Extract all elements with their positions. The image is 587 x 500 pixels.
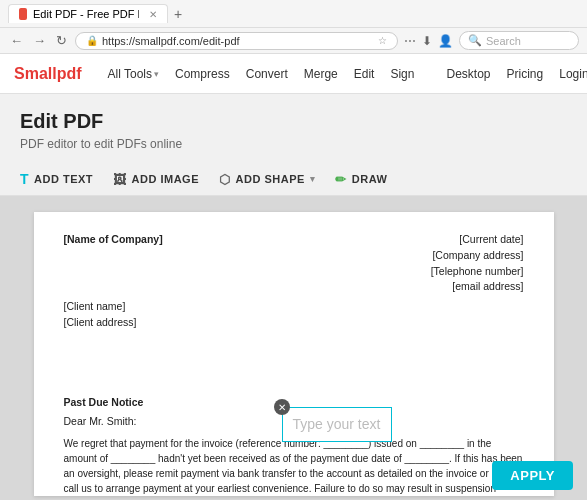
page-title: Edit PDF bbox=[20, 110, 567, 133]
nav-edit[interactable]: Edit bbox=[354, 67, 375, 81]
nav-all-tools-label: All Tools bbox=[108, 67, 152, 81]
brand-logo[interactable]: Smallpdf bbox=[14, 65, 82, 83]
tab-close-icon[interactable]: ✕ bbox=[149, 9, 157, 20]
tab-favicon bbox=[19, 8, 27, 20]
forward-button[interactable]: → bbox=[31, 33, 48, 48]
address-bar[interactable]: 🔒 https://smallpdf.com/edit-pdf ☆ bbox=[75, 32, 398, 50]
bookmark-icon[interactable]: ☆ bbox=[378, 35, 387, 46]
pdf-area: [Name of Company] [Current date] [Compan… bbox=[0, 196, 587, 500]
add-image-label: ADD IMAGE bbox=[132, 173, 199, 185]
close-text-button[interactable]: ✕ bbox=[274, 399, 290, 415]
pdf-page: [Name of Company] [Current date] [Compan… bbox=[34, 212, 554, 496]
nav-sign[interactable]: Sign bbox=[390, 67, 414, 81]
add-shape-button[interactable]: ⬡ ADD SHAPE ▾ bbox=[219, 172, 315, 187]
add-text-button[interactable]: T ADD TEXT bbox=[20, 171, 93, 187]
extensions-icon[interactable]: ⋯ bbox=[404, 34, 416, 48]
page-header: Edit PDF PDF editor to edit PDFs online bbox=[0, 94, 587, 151]
search-box[interactable]: 🔍 Search bbox=[459, 31, 579, 50]
pdf-client-block: [Client name] [Client address] ✕ Type yo… bbox=[64, 299, 524, 331]
add-text-label: ADD TEXT bbox=[34, 173, 93, 185]
lock-icon: 🔒 bbox=[86, 35, 98, 46]
nav-desktop[interactable]: Desktop bbox=[446, 67, 490, 81]
pdf-header-row: [Name of Company] [Current date] [Compan… bbox=[64, 232, 524, 295]
add-image-button[interactable]: 🖼 ADD IMAGE bbox=[113, 172, 199, 187]
pdf-body-text: We regret that payment for the invoice (… bbox=[64, 436, 524, 496]
url-text: https://smallpdf.com/edit-pdf bbox=[102, 35, 374, 47]
draw-button[interactable]: ✏ DRAW bbox=[335, 172, 387, 187]
search-icon: 🔍 bbox=[468, 34, 482, 47]
active-tab[interactable]: Edit PDF - Free PDF Editor Wi... ✕ bbox=[8, 4, 168, 23]
apply-button[interactable]: APPLY bbox=[492, 461, 573, 490]
nav-all-tools[interactable]: All Tools ▾ bbox=[108, 67, 159, 81]
address-bar-icons: ☆ bbox=[378, 35, 387, 46]
nav-compress[interactable]: Compress bbox=[175, 67, 230, 81]
download-icon[interactable]: ⬇ bbox=[422, 34, 432, 48]
pdf-current-date: [Current date] bbox=[431, 232, 524, 248]
apply-button-container: APPLY bbox=[492, 461, 573, 490]
search-placeholder: Search bbox=[486, 35, 521, 47]
back-button[interactable]: ← bbox=[8, 33, 25, 48]
draw-icon: ✏ bbox=[335, 172, 347, 187]
image-icon: 🖼 bbox=[113, 172, 127, 187]
pdf-company-address: [Company address] bbox=[431, 248, 524, 264]
browser-tab-bar: Edit PDF - Free PDF Editor Wi... ✕ + bbox=[0, 0, 587, 28]
add-shape-label: ADD SHAPE bbox=[236, 173, 305, 185]
text-icon: T bbox=[20, 171, 29, 187]
editor-toolbar: T ADD TEXT 🖼 ADD IMAGE ⬡ ADD SHAPE ▾ ✏ D… bbox=[0, 163, 587, 196]
text-input-overlay: ✕ Type your text bbox=[282, 407, 392, 442]
tab-title: Edit PDF - Free PDF Editor Wi... bbox=[33, 8, 139, 20]
reload-button[interactable]: ↻ bbox=[54, 33, 69, 48]
draw-label: DRAW bbox=[352, 173, 388, 185]
nav-login[interactable]: Login bbox=[559, 67, 587, 81]
pdf-client-address: [Client address] bbox=[64, 315, 524, 331]
page-subtitle: PDF editor to edit PDFs online bbox=[20, 137, 567, 151]
pdf-client-name: [Client name] bbox=[64, 299, 524, 315]
nav-pricing[interactable]: Pricing bbox=[507, 67, 544, 81]
shape-icon: ⬡ bbox=[219, 172, 231, 187]
new-tab-button[interactable]: + bbox=[174, 6, 182, 22]
shape-chevron-icon: ▾ bbox=[310, 174, 316, 184]
pdf-right-header: [Current date] [Company address] [Teleph… bbox=[431, 232, 524, 295]
browser-icons: ⋯ ⬇ 👤 bbox=[404, 34, 453, 48]
text-input-box[interactable]: Type your text bbox=[282, 407, 392, 442]
nav-convert[interactable]: Convert bbox=[246, 67, 288, 81]
pdf-telephone: [Telephone number] bbox=[431, 264, 524, 280]
pdf-company: [Name of Company] bbox=[64, 232, 163, 287]
nav-merge[interactable]: Merge bbox=[304, 67, 338, 81]
app-navbar: Smallpdf All Tools ▾ Compress Convert Me… bbox=[0, 54, 587, 94]
profile-icon[interactable]: 👤 bbox=[438, 34, 453, 48]
chevron-down-icon: ▾ bbox=[154, 69, 159, 79]
pdf-email: [email address] bbox=[431, 279, 524, 295]
address-bar-row: ← → ↻ 🔒 https://smallpdf.com/edit-pdf ☆ … bbox=[0, 28, 587, 54]
